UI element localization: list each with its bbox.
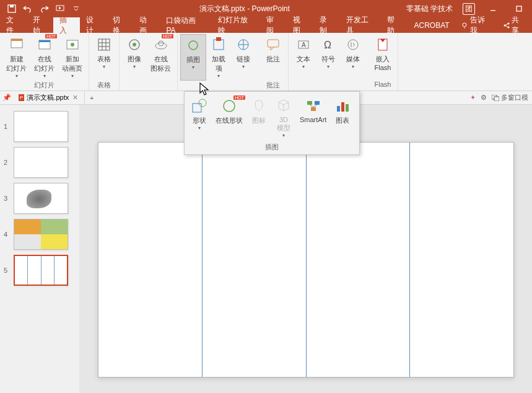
tab-animations[interactable]: 动画 (133, 17, 160, 33)
svg-rect-38 (193, 104, 201, 112)
illustration-button[interactable]: 插图▾ (180, 34, 206, 81)
maximize-button[interactable] (511, 2, 527, 15)
share-button[interactable]: 共享 (497, 17, 532, 33)
group-images: 图像▾ HOT 在线 图标云 (120, 33, 178, 91)
new-anim-icon (64, 36, 81, 53)
tab-pocket-anim[interactable]: 口袋动画 PA (160, 17, 212, 33)
link-button[interactable]: 链接▾ (231, 34, 256, 81)
tab-design[interactable]: 设计 (80, 17, 107, 33)
redo-button[interactable] (37, 2, 51, 15)
group-label-table: 表格 (97, 81, 111, 91)
slide-canvas[interactable] (98, 142, 514, 378)
svg-rect-14 (11, 39, 22, 41)
group-text: A 文本▾ Ω 符号▾ 媒体▾ (289, 33, 368, 91)
qat-customize-button[interactable] (69, 2, 83, 15)
hot-badge: HOT (233, 95, 245, 100)
tab-home[interactable]: 开始 (27, 17, 53, 33)
group-slides: 新建 幻灯片▾ HOT 在线 幻灯片▾ 新加 动画页▾ 幻灯片 (0, 33, 89, 91)
cloud-icon (152, 36, 170, 53)
group-label-comment: 批注 (266, 81, 280, 91)
flash-button[interactable]: 嵌入 Flash (370, 34, 395, 81)
illustration-dropdown: 形状▾ HOT 在线形状 图标 3D 模型▾ SmartArt 图表 插图 (184, 91, 360, 155)
online-slides-icon (36, 36, 53, 53)
slide-thumbnail[interactable]: 5 (0, 252, 79, 288)
online-shape-button[interactable]: HOT 在线形状 (212, 95, 246, 140)
symbol-button[interactable]: Ω 符号▾ (316, 34, 341, 81)
tab-insert[interactable]: 插入 (53, 17, 80, 33)
group-table: 表格▾ 表格 (89, 33, 120, 91)
group-label-flash: Flash (375, 81, 391, 91)
settings-icon[interactable]: ⚙ (481, 94, 487, 102)
tab-developer[interactable]: 开发工具 (340, 17, 381, 33)
svg-rect-46 (337, 106, 340, 112)
column-divider (202, 143, 203, 377)
comment-icon (264, 36, 282, 53)
tab-acrobat[interactable]: ACROBAT (408, 17, 455, 33)
online-icons-button[interactable]: HOT 在线 图标云 (147, 34, 175, 81)
comment-button[interactable]: 批注 (261, 34, 286, 81)
tab-review[interactable]: 审阅 (260, 17, 287, 33)
svg-rect-5 (517, 6, 521, 11)
tab-record[interactable]: 录制 (313, 17, 340, 33)
quick-access-toolbar (0, 2, 83, 15)
3d-model-button[interactable]: 3D 模型▾ (271, 95, 296, 140)
document-tab[interactable]: P 演示文稿.pptx ✕ (14, 91, 85, 104)
undo-button[interactable] (21, 2, 35, 15)
collapse-pin-icon[interactable]: 📌 (0, 94, 14, 102)
svg-point-27 (159, 41, 164, 46)
tab-view[interactable]: 视图 (287, 17, 313, 33)
share-icon (503, 22, 510, 29)
smartart-button[interactable]: SmartArt (296, 95, 330, 140)
icon-button[interactable]: 图标 (246, 95, 271, 140)
close-tab-button[interactable]: ✕ (71, 94, 79, 102)
svg-point-36 (348, 40, 358, 50)
tab-slideshow[interactable]: 幻灯片放映 (212, 17, 260, 33)
save-button[interactable] (5, 2, 19, 15)
multi-window-button[interactable]: 多窗口模 (492, 93, 528, 102)
slide-thumbnail[interactable]: 2 (0, 144, 79, 180)
new-anim-page-button[interactable]: 新加 动画页▾ (58, 34, 86, 81)
slide-thumbnail[interactable]: 3 (0, 180, 79, 216)
new-slide-button[interactable]: 新建 幻灯片▾ (2, 34, 30, 81)
textbox-button[interactable]: A 文本▾ (291, 34, 316, 81)
svg-rect-47 (341, 102, 344, 112)
online-slides-button[interactable]: HOT 在线 幻灯片▾ (30, 34, 58, 81)
slide-thumbnail[interactable]: 1 (0, 108, 79, 144)
tab-file[interactable]: 文件 (0, 17, 27, 33)
tab-transitions[interactable]: 切换 (107, 17, 133, 33)
group-illustrations: 插图▾ 加载 项▾ 链接▾ (178, 33, 258, 91)
svg-point-28 (189, 41, 198, 50)
svg-point-18 (71, 43, 74, 46)
group-flash: 嵌入 Flash Flash (368, 33, 398, 91)
slideshow-from-start-button[interactable] (53, 2, 67, 15)
svg-rect-16 (39, 40, 50, 42)
table-icon (95, 36, 113, 53)
magic-icon[interactable]: ✦ (470, 94, 476, 102)
title-filename: 演示文稿.pptx (199, 4, 245, 13)
addins-button[interactable]: 加载 项▾ (206, 34, 231, 81)
svg-rect-19 (98, 39, 110, 50)
minimize-button[interactable] (485, 2, 501, 15)
svg-line-45 (313, 105, 317, 107)
add-tab-button[interactable]: + (85, 94, 98, 102)
svg-rect-1 (10, 5, 14, 7)
tell-me-search[interactable]: 告诉我 (456, 17, 497, 33)
slide-preview-2 (14, 147, 68, 178)
tab-help[interactable]: 帮助 (381, 17, 408, 33)
svg-line-44 (310, 105, 313, 107)
shape-button[interactable]: 形状▾ (187, 95, 212, 140)
svg-rect-29 (214, 40, 224, 50)
image-icon (126, 36, 143, 53)
window-title: 演示文稿.pptx - PowerPoint (83, 4, 406, 14)
chart-button[interactable]: 图表 (330, 95, 355, 140)
image-button[interactable]: 图像▾ (122, 34, 147, 81)
slide-preview-4 (14, 219, 68, 250)
table-button[interactable]: 表格▾ (92, 34, 116, 81)
slide-thumbnail[interactable]: 4 (0, 216, 79, 252)
slide-preview-3 (14, 183, 68, 214)
group-icon[interactable]: 团 (463, 3, 475, 15)
svg-rect-32 (268, 40, 279, 47)
cube-icon (275, 97, 292, 115)
svg-line-11 (505, 24, 508, 25)
media-button[interactable]: 媒体▾ (341, 34, 365, 81)
